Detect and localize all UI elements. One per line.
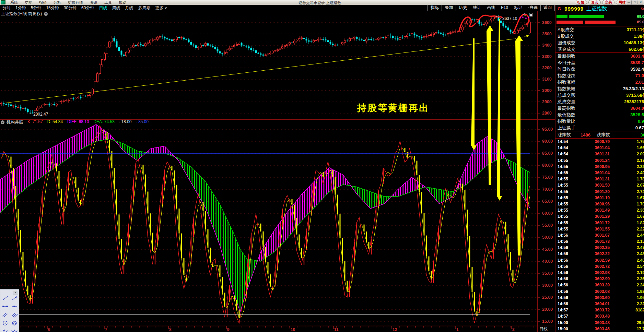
quote-value: 71.0 [635, 73, 644, 78]
channel-lines-icon[interactable] [10, 311, 19, 319]
quick-button[interactable]: 行情 [575, 0, 587, 5]
minimize-icon[interactable]: — [626, 0, 632, 5]
svg-text:3100: 3100 [542, 77, 552, 82]
tick-cell: 14:57 [555, 308, 579, 312]
tick-row: 14:563603.601.95↑ [555, 295, 644, 301]
tool-button[interactable]: 标记 [511, 5, 525, 11]
svg-text:10: 10 [291, 327, 295, 332]
menu-item[interactable]: 分析 [50, 0, 65, 4]
wave-tool-icon[interactable] [10, 328, 19, 332]
tool-button[interactable]: 指标 [428, 5, 442, 11]
menu-item[interactable]: 功能 [21, 0, 36, 4]
tick-cell: 14:56 [555, 283, 579, 287]
period-tab[interactable]: 分时 [0, 5, 13, 11]
bottom-period-label: 日线 [539, 326, 554, 332]
menu-item[interactable]: 帮助 [115, 0, 130, 4]
svg-text:6: 6 [48, 327, 50, 332]
period-tab[interactable]: 周线 [109, 5, 122, 11]
menu-item[interactable]: 资讯 [86, 0, 101, 4]
svg-text:2: 2 [512, 327, 515, 332]
zigzag-tool-icon[interactable] [0, 328, 10, 332]
svg-text:25.00: 25.00 [542, 295, 553, 300]
quote-label: 国债成交 [558, 40, 575, 46]
close-icon[interactable]: ✕ [13, 290, 18, 295]
quote-label: 最高指数 [558, 105, 575, 111]
menu-item[interactable]: 系统 [7, 0, 21, 4]
tick-cell: 14:55 [555, 214, 579, 219]
tick-cell: 14:55 [555, 195, 579, 200]
period-tab[interactable]: 多周期 [136, 5, 153, 11]
menu-item[interactable]: 扩展行情 [65, 0, 86, 4]
quote-value: 0.67 [635, 125, 644, 130]
drawing-tools-grid [0, 295, 19, 332]
quote-label: 最低指数 [558, 112, 575, 118]
quick-button[interactable]: 资讯 [588, 0, 601, 5]
period-tab[interactable]: 60分钟 [79, 5, 96, 11]
period-tab[interactable]: 1分钟 [13, 5, 28, 11]
quick-buttons: 行情资讯交易网站 [575, 0, 628, 5]
tick-cell: 14:56 [555, 295, 579, 300]
menu-item[interactable]: 工具 [101, 0, 115, 4]
strength-bar-segment [557, 21, 583, 24]
tick-cell: 1.95↑ [637, 295, 644, 300]
titlebar: 系统功能报价分析扩展行情资讯工具帮助 证券交易未登录 上证指数 行情资讯交易网站… [0, 0, 644, 5]
drawing-toolbar-header[interactable]: ✕ [0, 289, 19, 295]
tick-cell: 3601.31 [579, 152, 610, 156]
stock-code[interactable]: 999999 [564, 6, 584, 12]
circle-tool-icon[interactable] [0, 319, 10, 327]
tool-button[interactable]: 叠加 [442, 5, 456, 11]
time-sales-list[interactable]: 14:543600.791.75↑14:543601.041.66↑14:543… [555, 139, 644, 332]
period-tab[interactable]: 15分钟 [44, 5, 61, 11]
arrow-line-icon[interactable] [10, 295, 19, 302]
trend-line-icon[interactable] [0, 295, 10, 302]
period-tab[interactable]: 日线 [96, 5, 109, 11]
period-tab[interactable]: 5分钟 [28, 5, 44, 11]
svg-text:65.00: 65.00 [542, 199, 553, 204]
tick-cell: 3601.20 [579, 189, 610, 194]
menu-item[interactable]: 报价 [36, 0, 50, 4]
tick-cell: 2.24↑ [637, 283, 644, 287]
quote-row: B股成交1.38亿 [555, 33, 644, 39]
svg-text:3600: 3600 [542, 20, 552, 25]
tool-button[interactable]: 历史 [456, 5, 470, 11]
quote-label: B股成交 [558, 33, 574, 39]
segment-icon[interactable] [0, 303, 10, 310]
main-chart-canvas[interactable]: 36003500340033003200310030002900280095.0… [0, 0, 555, 332]
svg-text:11: 11 [334, 327, 339, 332]
tick-row: 14:573603.728182↑ [555, 307, 644, 313]
svg-text:3000: 3000 [542, 88, 552, 93]
tick-cell: 1.78↑ [637, 177, 644, 181]
chevron-down-icon[interactable]: ˅ [44, 12, 48, 16]
chevron-down-icon[interactable]: ˅ [1, 120, 4, 124]
quick-button[interactable]: 交易 [602, 0, 614, 5]
ray-segment-icon[interactable] [10, 303, 19, 310]
svg-text:40.00: 40.00 [542, 259, 553, 264]
close-icon[interactable]: ✕ [638, 0, 643, 5]
period-tab[interactable]: 30分钟 [61, 5, 79, 11]
split-panel-icon[interactable]: ▣ [529, 12, 533, 17]
parallel-lines-icon[interactable] [0, 311, 10, 319]
tool-button[interactable]: 画线 [484, 5, 498, 11]
tool-button[interactable]: -自选 [525, 5, 540, 11]
circle-triangle-tool-icon[interactable] [10, 319, 19, 327]
tick-row: 14:553601.492.36↑ [555, 207, 644, 213]
svg-text:15.00: 15.00 [542, 319, 553, 324]
maximize-icon[interactable]: □ [632, 0, 637, 5]
tool-button[interactable]: 统计 [470, 5, 484, 11]
tick-row: 14:543601.312.09↑ [555, 151, 644, 157]
tick-row: 14:553601.311.78↑ [555, 176, 644, 182]
tick-cell: 29.5↑ [637, 320, 644, 325]
period-tab[interactable]: 更多 > [153, 5, 169, 11]
tick-cell: 2.74↑ [637, 189, 644, 194]
stock-name[interactable]: 上证指数 [586, 5, 607, 12]
strength-bar-segment [557, 15, 567, 18]
tick-cell: 3601.55 [579, 227, 610, 232]
tick-cell: 3603.72 [579, 308, 610, 312]
tick-cell: 1.92↑ [637, 289, 644, 294]
tool-button[interactable]: 返回 [540, 5, 555, 11]
period-tab[interactable]: 月线 [122, 5, 136, 11]
tick-cell: 2.54↑ [637, 264, 644, 269]
tool-button[interactable]: F10 [498, 5, 511, 11]
tick-cell: 3604.01 [579, 301, 610, 306]
diamond-icon[interactable]: ◇ [523, 12, 526, 17]
